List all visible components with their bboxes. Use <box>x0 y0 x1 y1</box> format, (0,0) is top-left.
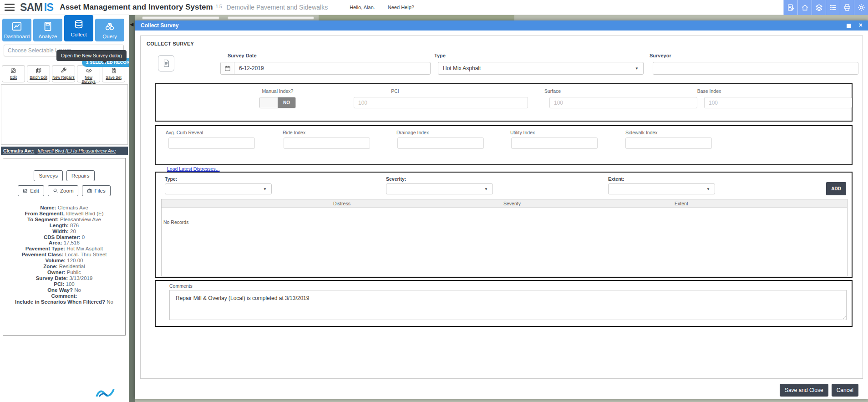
app-title: Asset Management and Inventory System <box>60 3 213 12</box>
chevron-down-icon: ▼ <box>635 66 639 71</box>
edit-segment-button[interactable]: Edit <box>18 185 44 196</box>
zoom-segment-button[interactable]: Zoom <box>48 185 78 196</box>
attribute-value: 20 <box>70 229 76 234</box>
attribute-value: Clematis Ave <box>58 205 88 210</box>
ride-index-input[interactable] <box>284 137 370 149</box>
edit-pencil-icon <box>10 67 17 74</box>
tab-label: Collect <box>64 32 93 37</box>
project-name: Demoville Pavement and Sidewalks <box>227 4 328 11</box>
pci-input[interactable] <box>354 97 528 108</box>
attribute-row: To Segment: Pleasantview Ave <box>3 217 125 223</box>
distress-extent-label: Extent: <box>608 176 624 182</box>
comments-textarea[interactable]: Repair Mill & Overlay (Local) is complet… <box>169 290 847 320</box>
hamburger-menu-icon[interactable] <box>5 4 15 11</box>
comments-label: Comments <box>169 283 193 289</box>
attribute-row: One Way? No <box>3 287 125 293</box>
attribute-row: Volume: 120.00 <box>3 258 125 264</box>
logo-sam: SAM <box>20 1 43 13</box>
attribute-row: Pavement Type: Hot Mix Asphalt <box>3 246 125 252</box>
close-icon[interactable]: × <box>859 20 863 31</box>
attribute-label: Owner: <box>47 270 66 275</box>
edit-button-label: Edit <box>30 188 39 193</box>
layers-icon[interactable] <box>812 0 826 15</box>
attribute-row: Zone: Residential <box>3 264 125 270</box>
distress-extent-select[interactable]: ▼ <box>608 183 715 194</box>
sidebar-collapse-icon[interactable]: ◀ <box>130 21 133 27</box>
dialog-content-panel: COLLECT SURVEY Survey Date 6-12-2019 Typ… <box>140 36 863 379</box>
repairs-button-label: Repairs <box>71 173 90 178</box>
attribute-label: One Way? <box>47 287 73 293</box>
drainage-index-label: Drainage Index <box>396 130 429 135</box>
surveyor-label: Surveyor <box>650 53 671 58</box>
tab-query[interactable]: Query <box>95 19 124 41</box>
selectable-layers-list[interactable] <box>1 84 128 145</box>
distress-severity-select[interactable]: ▼ <box>386 183 493 194</box>
tab-dashboard[interactable]: Dashboard <box>2 19 31 41</box>
dialog-titlebar[interactable]: Collect Survey × <box>135 20 868 31</box>
settings-gear-icon[interactable] <box>854 0 868 15</box>
load-latest-distresses-link[interactable]: Load Latest Distresses... <box>167 166 220 172</box>
repairs-button[interactable]: Repairs <box>66 170 95 181</box>
survey-date-field[interactable]: 6-12-2019 <box>220 62 431 75</box>
attribute-row: Length: 876 <box>3 223 125 229</box>
attribute-row: Survey Date: 3/13/2019 <box>3 275 125 281</box>
map-green-patch <box>319 15 514 20</box>
calculator-icon <box>43 21 53 31</box>
surveyor-input[interactable] <box>653 62 858 75</box>
tab-collect[interactable]: Collect <box>64 15 93 41</box>
survey-date-label: Survey Date <box>228 53 257 58</box>
app-logo: SAMIS <box>20 1 53 14</box>
segment-header-bar[interactable]: Clematis Ave: Idlewell Blvd (E) to Pleas… <box>1 147 128 155</box>
sidewalk-index-input[interactable] <box>625 137 712 149</box>
pci-label: PCI <box>391 88 399 94</box>
attribute-label: Area: <box>49 240 62 245</box>
survey-date-value: 6-12-2019 <box>234 65 264 71</box>
base-index-input[interactable] <box>704 97 852 108</box>
panel-button-row-1: Surveys Repairs <box>3 170 125 181</box>
user-greeting[interactable]: Hello, Alan. <box>350 5 375 10</box>
utility-index-input[interactable] <box>511 137 598 149</box>
calendar-icon[interactable] <box>221 62 234 74</box>
notes-icon[interactable] <box>783 0 797 15</box>
manual-index-toggle[interactable]: NO <box>259 97 296 108</box>
save-and-close-button[interactable]: Save and Close <box>780 384 828 397</box>
surface-input[interactable] <box>549 97 697 108</box>
map-left-strip <box>129 15 135 402</box>
attribute-label: Comment: <box>51 293 77 299</box>
attribute-value: 876 <box>70 223 79 228</box>
need-help-link[interactable]: Need Help? <box>388 5 414 10</box>
attribute-row: PCI: 100 <box>3 281 125 287</box>
surveys-button[interactable]: Surveys <box>34 170 63 181</box>
tab-label: Dashboard <box>2 34 31 39</box>
camera-icon <box>87 188 92 193</box>
segment-info-panel: Surveys Repairs Edit Zoom Files Name: Cl… <box>3 158 126 336</box>
new-surveys-tool-button[interactable]: New Surveys <box>77 65 100 82</box>
new-survey-tooltip: Open the New Survey dialog <box>56 50 127 61</box>
new-repairs-tool-button[interactable]: New Repairs <box>52 65 75 82</box>
chevron-down-icon: ▼ <box>263 187 267 191</box>
restore-window-icon[interactable] <box>847 24 851 28</box>
edit-tool-button[interactable]: Edit <box>2 65 25 82</box>
files-button[interactable]: Files <box>82 185 110 196</box>
tab-analyze[interactable]: Analyze <box>33 19 62 41</box>
attribute-value: Hot Mix Asphalt <box>66 246 103 251</box>
survey-record-button[interactable] <box>158 55 174 71</box>
save-set-tool-button[interactable]: Save Set <box>102 65 125 82</box>
distress-type-select[interactable]: ▼ <box>165 183 272 194</box>
distress-table: Distress Severity Extent No Records <box>161 199 848 276</box>
add-distress-button[interactable]: ADD <box>826 182 846 195</box>
print-icon[interactable] <box>840 0 854 15</box>
avg-curb-reveal-input[interactable] <box>168 137 255 149</box>
avg-curb-reveal-label: Avg. Curb Reveal <box>166 130 203 135</box>
attribute-value: Pleasantview Ave <box>60 217 101 222</box>
drainage-index-input[interactable] <box>397 137 484 149</box>
attribute-value: 3/13/2019 <box>69 275 92 281</box>
attribute-value: No <box>107 299 113 305</box>
cancel-button[interactable]: Cancel <box>832 384 858 397</box>
dialog-footer: Save and Close Cancel <box>780 384 858 397</box>
legend-list-icon[interactable] <box>826 0 840 15</box>
home-icon[interactable] <box>797 0 812 15</box>
batch-edit-tool-button[interactable]: Batch Edit <box>27 65 50 82</box>
attribute-label: Survey Date: <box>36 275 68 281</box>
type-select[interactable]: Hot Mix Asphalt ▼ <box>438 62 644 75</box>
